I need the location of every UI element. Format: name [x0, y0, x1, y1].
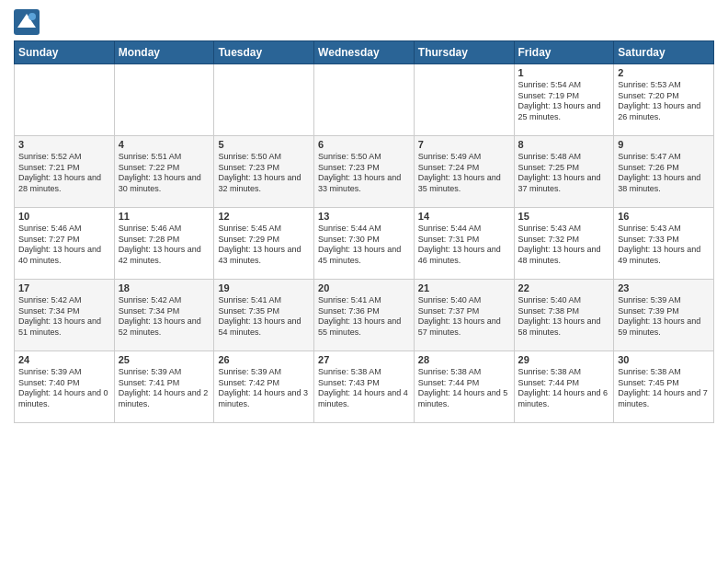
cell-content: Sunrise: 5:48 AM Sunset: 7:25 PM Dayligh…	[518, 152, 610, 195]
cell-content: Sunrise: 5:45 AM Sunset: 7:29 PM Dayligh…	[218, 224, 310, 267]
cell-content: Sunrise: 5:38 AM Sunset: 7:43 PM Dayligh…	[318, 367, 410, 410]
weekday-header-tuesday: Tuesday	[214, 41, 314, 64]
calendar-cell: 29Sunrise: 5:38 AM Sunset: 7:44 PM Dayli…	[514, 351, 614, 423]
day-number: 22	[518, 282, 610, 293]
calendar-cell: 24Sunrise: 5:39 AM Sunset: 7:40 PM Dayli…	[15, 351, 115, 423]
day-number: 11	[119, 211, 210, 222]
cell-content: Sunrise: 5:39 AM Sunset: 7:42 PM Dayligh…	[218, 367, 310, 410]
calendar-cell: 10Sunrise: 5:46 AM Sunset: 7:27 PM Dayli…	[15, 208, 115, 280]
calendar-cell: 1Sunrise: 5:54 AM Sunset: 7:19 PM Daylig…	[514, 64, 614, 136]
day-number: 9	[618, 139, 710, 150]
calendar-table: SundayMondayTuesdayWednesdayThursdayFrid…	[14, 40, 714, 423]
day-number: 30	[618, 354, 710, 365]
calendar-cell: 5Sunrise: 5:50 AM Sunset: 7:23 PM Daylig…	[214, 136, 314, 208]
cell-content: Sunrise: 5:38 AM Sunset: 7:44 PM Dayligh…	[518, 367, 610, 410]
cell-content: Sunrise: 5:44 AM Sunset: 7:31 PM Dayligh…	[418, 224, 510, 267]
calendar-cell	[15, 64, 115, 136]
cell-content: Sunrise: 5:47 AM Sunset: 7:26 PM Dayligh…	[618, 152, 710, 195]
day-number: 12	[218, 211, 310, 222]
day-number: 6	[318, 139, 410, 150]
calendar-cell	[114, 64, 214, 136]
cell-content: Sunrise: 5:49 AM Sunset: 7:24 PM Dayligh…	[418, 152, 510, 195]
cell-content: Sunrise: 5:50 AM Sunset: 7:23 PM Dayligh…	[218, 152, 310, 195]
calendar-cell: 6Sunrise: 5:50 AM Sunset: 7:23 PM Daylig…	[314, 136, 415, 208]
day-number: 3	[18, 139, 110, 150]
calendar-cell: 26Sunrise: 5:39 AM Sunset: 7:42 PM Dayli…	[214, 351, 314, 423]
calendar-cell: 27Sunrise: 5:38 AM Sunset: 7:43 PM Dayli…	[314, 351, 415, 423]
header	[14, 9, 714, 35]
calendar-week-row: 17Sunrise: 5:42 AM Sunset: 7:34 PM Dayli…	[15, 280, 714, 351]
calendar-cell: 4Sunrise: 5:51 AM Sunset: 7:22 PM Daylig…	[114, 136, 214, 208]
cell-content: Sunrise: 5:41 AM Sunset: 7:35 PM Dayligh…	[218, 295, 310, 339]
day-number: 27	[318, 354, 410, 365]
cell-content: Sunrise: 5:51 AM Sunset: 7:22 PM Dayligh…	[119, 152, 210, 195]
calendar-cell: 14Sunrise: 5:44 AM Sunset: 7:31 PM Dayli…	[414, 208, 514, 280]
day-number: 23	[618, 282, 710, 293]
cell-content: Sunrise: 5:46 AM Sunset: 7:28 PM Dayligh…	[119, 224, 210, 267]
calendar-cell: 30Sunrise: 5:38 AM Sunset: 7:45 PM Dayli…	[614, 351, 714, 423]
calendar-cell: 25Sunrise: 5:39 AM Sunset: 7:41 PM Dayli…	[114, 351, 214, 423]
day-number: 17	[18, 282, 110, 293]
cell-content: Sunrise: 5:38 AM Sunset: 7:44 PM Dayligh…	[418, 367, 510, 410]
calendar-week-row: 10Sunrise: 5:46 AM Sunset: 7:27 PM Dayli…	[15, 208, 714, 280]
day-number: 28	[418, 354, 510, 365]
calendar-cell: 22Sunrise: 5:40 AM Sunset: 7:38 PM Dayli…	[514, 280, 614, 351]
cell-content: Sunrise: 5:43 AM Sunset: 7:33 PM Dayligh…	[618, 224, 710, 267]
cell-content: Sunrise: 5:38 AM Sunset: 7:45 PM Dayligh…	[618, 367, 710, 410]
day-number: 7	[418, 139, 510, 150]
day-number: 13	[318, 211, 410, 222]
calendar-cell: 9Sunrise: 5:47 AM Sunset: 7:26 PM Daylig…	[614, 136, 714, 208]
cell-content: Sunrise: 5:41 AM Sunset: 7:36 PM Dayligh…	[318, 295, 410, 339]
weekday-header-monday: Monday	[114, 41, 214, 64]
calendar-cell: 15Sunrise: 5:43 AM Sunset: 7:32 PM Dayli…	[514, 208, 614, 280]
calendar-cell: 21Sunrise: 5:40 AM Sunset: 7:37 PM Dayli…	[414, 280, 514, 351]
calendar-cell: 7Sunrise: 5:49 AM Sunset: 7:24 PM Daylig…	[414, 136, 514, 208]
calendar-cell: 3Sunrise: 5:52 AM Sunset: 7:21 PM Daylig…	[15, 136, 115, 208]
cell-content: Sunrise: 5:40 AM Sunset: 7:38 PM Dayligh…	[518, 295, 610, 339]
cell-content: Sunrise: 5:39 AM Sunset: 7:41 PM Dayligh…	[119, 367, 210, 410]
day-number: 5	[218, 139, 310, 150]
day-number: 26	[218, 354, 310, 365]
calendar-week-row: 24Sunrise: 5:39 AM Sunset: 7:40 PM Dayli…	[15, 351, 714, 423]
weekday-header-sunday: Sunday	[15, 41, 115, 64]
cell-content: Sunrise: 5:50 AM Sunset: 7:23 PM Dayligh…	[318, 152, 410, 195]
weekday-header-thursday: Thursday	[414, 41, 514, 64]
cell-content: Sunrise: 5:43 AM Sunset: 7:32 PM Dayligh…	[518, 224, 610, 267]
calendar-cell: 13Sunrise: 5:44 AM Sunset: 7:30 PM Dayli…	[314, 208, 415, 280]
weekday-header-row: SundayMondayTuesdayWednesdayThursdayFrid…	[15, 41, 714, 64]
cell-content: Sunrise: 5:42 AM Sunset: 7:34 PM Dayligh…	[119, 295, 210, 339]
calendar-cell: 20Sunrise: 5:41 AM Sunset: 7:36 PM Dayli…	[314, 280, 415, 351]
day-number: 8	[518, 139, 610, 150]
calendar-week-row: 1Sunrise: 5:54 AM Sunset: 7:19 PM Daylig…	[15, 64, 714, 136]
calendar-cell: 28Sunrise: 5:38 AM Sunset: 7:44 PM Dayli…	[414, 351, 514, 423]
day-number: 10	[18, 211, 110, 222]
logo	[14, 9, 43, 35]
cell-content: Sunrise: 5:54 AM Sunset: 7:19 PM Dayligh…	[518, 80, 610, 123]
day-number: 29	[518, 354, 610, 365]
calendar-week-row: 3Sunrise: 5:52 AM Sunset: 7:21 PM Daylig…	[15, 136, 714, 208]
calendar-cell: 16Sunrise: 5:43 AM Sunset: 7:33 PM Dayli…	[614, 208, 714, 280]
calendar-cell: 17Sunrise: 5:42 AM Sunset: 7:34 PM Dayli…	[15, 280, 115, 351]
day-number: 16	[618, 211, 710, 222]
calendar-cell: 19Sunrise: 5:41 AM Sunset: 7:35 PM Dayli…	[214, 280, 314, 351]
weekday-header-saturday: Saturday	[614, 41, 714, 64]
day-number: 2	[618, 67, 710, 78]
day-number: 1	[518, 67, 610, 78]
calendar-cell: 2Sunrise: 5:53 AM Sunset: 7:20 PM Daylig…	[614, 64, 714, 136]
cell-content: Sunrise: 5:39 AM Sunset: 7:40 PM Dayligh…	[18, 367, 110, 410]
cell-content: Sunrise: 5:44 AM Sunset: 7:30 PM Dayligh…	[318, 224, 410, 267]
day-number: 21	[418, 282, 510, 293]
day-number: 19	[218, 282, 310, 293]
day-number: 14	[418, 211, 510, 222]
cell-content: Sunrise: 5:46 AM Sunset: 7:27 PM Dayligh…	[18, 224, 110, 267]
logo-icon	[14, 9, 40, 35]
calendar-cell: 11Sunrise: 5:46 AM Sunset: 7:28 PM Dayli…	[114, 208, 214, 280]
calendar-cell: 23Sunrise: 5:39 AM Sunset: 7:39 PM Dayli…	[614, 280, 714, 351]
cell-content: Sunrise: 5:39 AM Sunset: 7:39 PM Dayligh…	[618, 295, 710, 339]
cell-content: Sunrise: 5:53 AM Sunset: 7:20 PM Dayligh…	[618, 80, 710, 123]
day-number: 25	[119, 354, 210, 365]
cell-content: Sunrise: 5:52 AM Sunset: 7:21 PM Dayligh…	[18, 152, 110, 195]
calendar-cell: 18Sunrise: 5:42 AM Sunset: 7:34 PM Dayli…	[114, 280, 214, 351]
page: SundayMondayTuesdayWednesdayThursdayFrid…	[0, 0, 728, 563]
svg-point-2	[28, 13, 36, 20]
